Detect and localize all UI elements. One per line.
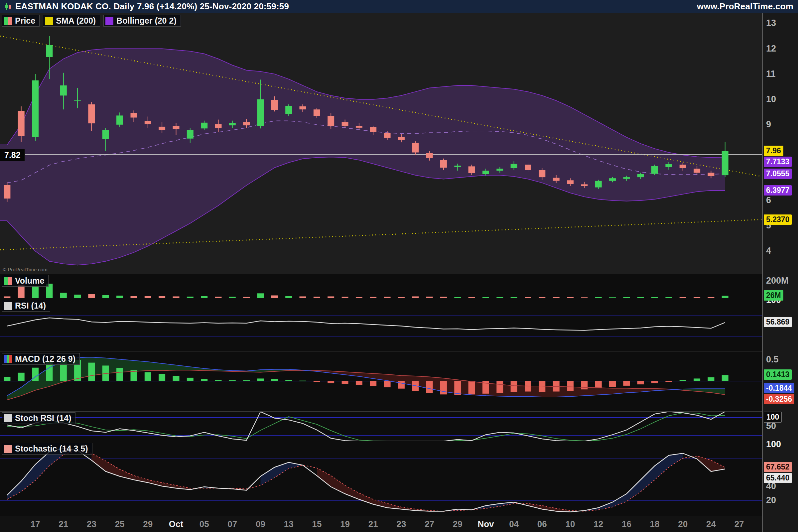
- price-series-icon: [4, 17, 12, 25]
- x-axis-label: 09: [256, 519, 265, 529]
- macd-legend: MACD (12 26 9): [2, 353, 80, 365]
- stoch-rsi-plot[interactable]: [0, 412, 762, 441]
- macd-icon: [4, 355, 12, 363]
- chart-title: EASTMAN KODAK CO. Daily 7.96 (+14.20%) 2…: [15, 1, 289, 12]
- x-axis-label: Nov: [477, 519, 494, 529]
- x-axis-label: 19: [340, 519, 350, 529]
- price-axis-column[interactable]: 131211109654200M1000.55010040207.967.713…: [762, 13, 798, 532]
- axis-label: 13: [766, 18, 776, 28]
- volume-legend: Volume: [2, 275, 49, 287]
- volume-plot[interactable]: [0, 274, 762, 298]
- axis-label: 12: [766, 43, 776, 54]
- axis-value-tag: 65.440: [764, 473, 792, 483]
- axis-value-tag: 5.2370: [764, 214, 792, 225]
- axis-label: 10: [766, 94, 776, 105]
- axis-value-tag: 6.3977: [764, 185, 792, 195]
- legend-bollinger[interactable]: Bollinger (20 2): [103, 15, 181, 26]
- legend-label: RSI (14): [15, 301, 46, 310]
- x-axis-label: 29: [143, 519, 153, 529]
- candlestick-icon: [5, 3, 12, 10]
- x-axis-label: 12: [593, 519, 603, 529]
- legend-label: Stoch RSI (14): [15, 413, 71, 423]
- axis-label: 0.5: [766, 354, 779, 365]
- horizontal-line-price-label[interactable]: 7.82: [0, 149, 25, 161]
- x-axis-label: 24: [706, 519, 716, 529]
- macd-plot[interactable]: [0, 352, 762, 411]
- x-axis-label: 06: [537, 519, 547, 529]
- x-axis-label: 21: [368, 519, 378, 529]
- price-legend: Price SMA (200) Bollinger (20 2): [2, 15, 181, 26]
- x-axis-label: 23: [396, 519, 406, 529]
- stochastic-legend: Stochastic (14 3 5): [2, 443, 92, 455]
- x-axis-label: 25: [115, 519, 125, 529]
- stoch-rsi-icon: [4, 414, 12, 422]
- axis-value-tag: 7.96: [764, 146, 783, 156]
- x-axis-label: 13: [284, 519, 293, 529]
- volume-icon: [4, 277, 12, 285]
- macd-panel[interactable]: MACD (12 26 9): [0, 351, 762, 411]
- x-axis-label: Oct: [169, 519, 183, 529]
- x-axis-label: 27: [735, 519, 744, 529]
- stochastic-panel[interactable]: Stochastic (14 3 5): [0, 441, 762, 516]
- legend-stochrsi[interactable]: Stoch RSI (14): [2, 412, 75, 424]
- axis-label: 6: [766, 195, 771, 206]
- axis-label: 20: [766, 495, 776, 506]
- x-axis-label: 23: [87, 519, 96, 529]
- legend-label: Stochastic (14 3 5): [15, 444, 88, 454]
- site-link[interactable]: www.ProRealTime.com: [697, 1, 793, 12]
- axis-value-tag: -0.1844: [764, 383, 794, 393]
- axis-label: 9: [766, 119, 771, 130]
- x-axis-label: 29: [453, 519, 462, 529]
- stoch-rsi-panel[interactable]: Stoch RSI (14): [0, 411, 762, 441]
- price-plot[interactable]: [0, 13, 762, 274]
- sma-icon: [45, 17, 53, 25]
- legend-label: MACD (12 26 9): [15, 354, 75, 364]
- x-axis-label: 20: [678, 519, 688, 529]
- time-axis[interactable]: 1721232529Oct05070913151921232729Nov0406…: [0, 516, 762, 532]
- x-axis-label: 16: [622, 519, 631, 529]
- legend-price[interactable]: Price: [2, 15, 40, 26]
- x-axis-label: 04: [509, 519, 519, 529]
- x-axis-label: 07: [227, 519, 237, 529]
- bollinger-icon: [106, 17, 113, 25]
- rsi-icon: [4, 302, 12, 310]
- stochastic-icon: [4, 445, 12, 453]
- legend-macd[interactable]: MACD (12 26 9): [2, 353, 80, 365]
- axis-label: 4: [766, 245, 771, 256]
- rsi-panel[interactable]: RSI (14): [0, 298, 762, 351]
- legend-stochastic[interactable]: Stochastic (14 3 5): [2, 443, 92, 455]
- title-bar: EASTMAN KODAK CO. Daily 7.96 (+14.20%) 2…: [0, 0, 798, 13]
- axis-value-tag: 7.0555: [764, 169, 792, 179]
- legend-rsi[interactable]: RSI (14): [2, 300, 50, 311]
- rsi-legend: RSI (14): [2, 300, 50, 311]
- x-axis-label: 27: [424, 519, 434, 529]
- axis-value-tag: 7.7133: [764, 157, 792, 167]
- x-axis-label: 15: [312, 519, 322, 529]
- x-axis-label: 17: [31, 519, 40, 529]
- axis-label: 100: [766, 439, 781, 450]
- axis-value-tag: 56.869: [764, 317, 792, 327]
- legend-sma[interactable]: SMA (200): [43, 15, 100, 26]
- axis-label: 11: [766, 69, 776, 79]
- legend-volume[interactable]: Volume: [2, 275, 49, 287]
- legend-label: Price: [15, 16, 35, 25]
- axis-value-tag: -0.3256: [764, 394, 794, 404]
- watermark: © ProRealTime.com: [3, 267, 48, 272]
- legend-label: Bollinger (20 2): [116, 16, 176, 25]
- axis-value-tag: 100: [764, 412, 782, 423]
- x-axis-label: 21: [58, 519, 68, 529]
- axis-value-tag: 0.1413: [764, 369, 792, 380]
- x-axis-label: 10: [566, 519, 575, 529]
- legend-label: SMA (200): [56, 16, 96, 25]
- x-axis-label: 05: [200, 519, 209, 529]
- price-panel[interactable]: Price SMA (200) Bollinger (20 2) © ProRe…: [0, 13, 762, 274]
- stochastic-plot[interactable]: [0, 441, 762, 516]
- axis-value-tag: 67.652: [764, 462, 792, 472]
- legend-label: Volume: [15, 276, 44, 286]
- axis-value-tag: 26M: [764, 290, 783, 301]
- axis-label: 200M: [766, 275, 789, 286]
- stoch-rsi-legend: Stoch RSI (14): [2, 412, 75, 424]
- rsi-plot[interactable]: [0, 298, 762, 351]
- x-axis-label: 18: [650, 519, 660, 529]
- volume-panel[interactable]: Volume: [0, 274, 762, 298]
